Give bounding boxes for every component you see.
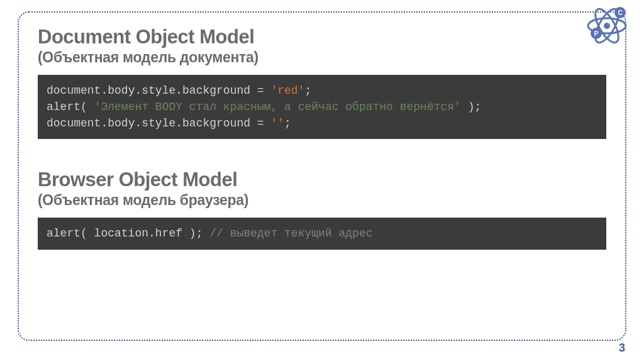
atom-logo: P С bbox=[585, 4, 629, 48]
svg-text:P: P bbox=[594, 30, 599, 37]
section-bom: Browser Object Model (Объектная модель б… bbox=[38, 169, 606, 249]
dom-subtitle: (Объектная модель документа) bbox=[38, 49, 606, 66]
svg-point-3 bbox=[604, 23, 610, 29]
svg-text:С: С bbox=[618, 9, 622, 16]
bom-title: Browser Object Model bbox=[38, 169, 606, 191]
bom-subtitle: (Объектная модель браузера) bbox=[38, 192, 606, 209]
page-number: 3 bbox=[619, 342, 625, 355]
dom-code-block: document.body.style.background = 'red'; … bbox=[38, 75, 606, 139]
section-dom: Document Object Model (Объектная модель … bbox=[38, 26, 606, 139]
dom-title: Document Object Model bbox=[38, 26, 606, 48]
bom-code-block: alert( location.href ); // выведет текущ… bbox=[38, 218, 606, 249]
slide-content: Document Object Model (Объектная модель … bbox=[38, 26, 606, 250]
